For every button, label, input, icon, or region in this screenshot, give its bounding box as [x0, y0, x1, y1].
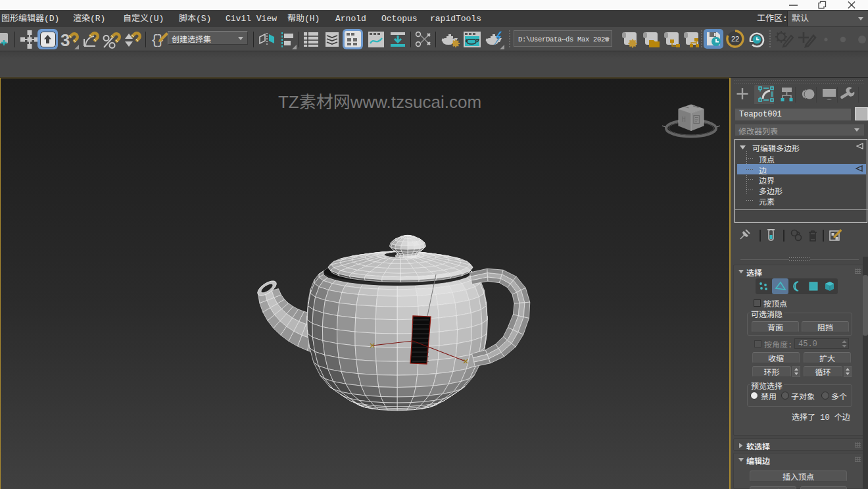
svg-text:22: 22	[731, 35, 739, 43]
svg-text:3: 3	[60, 30, 70, 49]
